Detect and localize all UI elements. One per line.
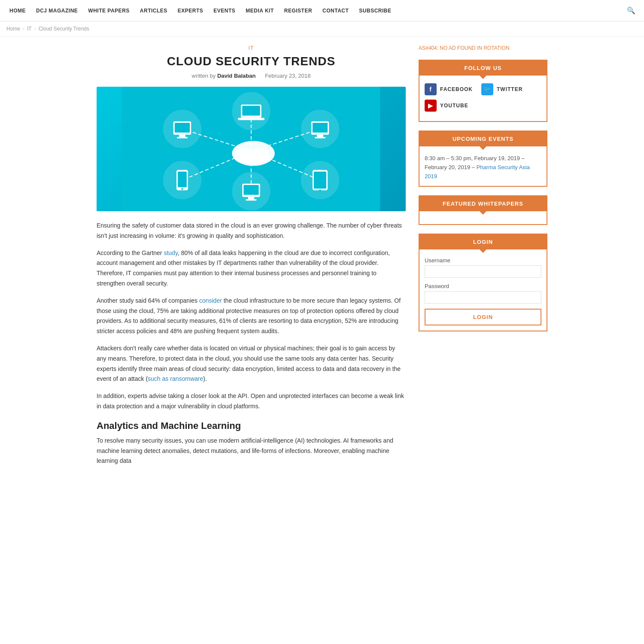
svg-rect-29 — [178, 172, 187, 187]
article-category: IT — [97, 45, 406, 51]
article-section-title: Analytics and Machine Learning — [97, 420, 406, 431]
written-by-label: written by — [192, 73, 216, 79]
login-button[interactable]: LOGIN — [425, 309, 541, 325]
login-box: LOGIN Username Password LOGIN — [419, 234, 547, 331]
svg-rect-38 — [314, 172, 326, 188]
svg-point-39 — [319, 189, 321, 191]
article-date: February 23, 2018 — [265, 73, 310, 79]
social-row-2: ▶ YOUTUBE — [425, 100, 541, 112]
svg-rect-21 — [238, 118, 264, 120]
breadcrumb-current: Cloud Security Trends — [39, 26, 89, 32]
nav-register[interactable]: REGISTER — [279, 0, 317, 21]
nav-experts[interactable]: EXPERTS — [173, 0, 209, 21]
nav-media-kit[interactable]: MEDIA KIT — [240, 0, 279, 21]
event-text: 8:30 am – 5:30 pm, February 19, 2019 – F… — [425, 154, 541, 181]
svg-point-12 — [238, 152, 269, 164]
password-input[interactable] — [425, 291, 541, 304]
facebook-link[interactable]: f FACEBOOK — [425, 83, 473, 95]
follow-us-box: FOLLOW US f FACEBOOK 🐦 TWITTER ▶ YOUTU — [419, 60, 547, 122]
svg-rect-24 — [317, 135, 323, 137]
svg-rect-20 — [242, 106, 260, 116]
svg-rect-26 — [313, 123, 328, 133]
upcoming-events-header: UPCOMING EVENTS — [419, 131, 547, 146]
article-title: CLOUD SECURITY TRENDS — [97, 55, 406, 68]
main-nav: HOME DCJ MAGAZINE WHITE PAPERS ARTICLES … — [0, 0, 644, 21]
svg-rect-15 — [179, 135, 185, 137]
breadcrumb-sep-1: › — [23, 26, 24, 32]
search-icon[interactable]: 🔍 — [623, 6, 640, 15]
breadcrumb: Home › IT › Cloud Security Trends — [0, 21, 644, 36]
page-wrapper: IT CLOUD SECURITY TRENDS written by Davi… — [90, 36, 554, 482]
main-content: IT CLOUD SECURITY TRENDS written by Davi… — [97, 45, 406, 473]
follow-us-content: f FACEBOOK 🐦 TWITTER ▶ YOUTUBE — [419, 76, 547, 121]
social-row-1: f FACEBOOK 🐦 TWITTER — [425, 83, 541, 95]
consider-link[interactable]: consider — [199, 297, 222, 304]
featured-whitepapers-box: FEATURED WHITEPAPERS — [419, 195, 547, 225]
article-para-4: Attackers don't really care whether data… — [97, 343, 406, 384]
svg-point-30 — [181, 188, 183, 190]
upcoming-events-content: 8:30 am – 5:30 pm, February 19, 2019 – F… — [419, 146, 547, 186]
article-para-3: Another study said 64% of companies cons… — [97, 296, 406, 337]
article-para-2: According to the Gartner study, 80% of a… — [97, 248, 406, 289]
follow-us-header: FOLLOW US — [419, 61, 547, 76]
facebook-icon: f — [425, 83, 437, 95]
twitter-link[interactable]: 🐦 TWITTER — [481, 83, 522, 95]
featured-whitepapers-header: FEATURED WHITEPAPERS — [419, 196, 547, 211]
nav-articles[interactable]: ARTICLES — [135, 0, 173, 21]
upcoming-events-box: UPCOMING EVENTS 8:30 am – 5:30 pm, Febru… — [419, 131, 547, 187]
svg-rect-34 — [246, 199, 257, 200]
article-para-5: In addition, experts advise taking a clo… — [97, 391, 406, 412]
svg-rect-35 — [243, 185, 258, 195]
nav-white-papers[interactable]: WHITE PAPERS — [83, 0, 134, 21]
article-meta: written by David Balaban February 23, 20… — [97, 73, 406, 79]
gartner-study-link[interactable]: study — [164, 249, 177, 256]
article-hero-image — [97, 87, 406, 211]
nav-subscribe[interactable]: SUBSCRIBE — [354, 0, 396, 21]
nav-contact[interactable]: CONTACT — [317, 0, 354, 21]
username-label: Username — [425, 257, 541, 264]
ransomware-link[interactable]: such as ransomware — [148, 375, 203, 382]
twitter-label: TWITTER — [497, 86, 522, 92]
username-input[interactable] — [425, 265, 541, 278]
article-body: Ensuring the safety of customer data sto… — [97, 221, 406, 466]
youtube-icon: ▶ — [425, 100, 437, 112]
article-section-para: To resolve many security issues, you can… — [97, 436, 406, 466]
login-header: LOGIN — [419, 234, 547, 249]
twitter-icon: 🐦 — [481, 83, 493, 95]
sidebar-ad-notice: AS#404: NO AD FOUND IN ROTATION — [419, 45, 547, 51]
breadcrumb-sep-2: › — [34, 26, 36, 32]
nav-events[interactable]: EVENTS — [208, 0, 240, 21]
login-form: Username Password LOGIN — [419, 249, 547, 331]
youtube-label: YOUTUBE — [440, 103, 468, 109]
password-label: Password — [425, 283, 541, 289]
article-author: David Balaban — [217, 73, 256, 79]
facebook-label: FACEBOOK — [440, 86, 473, 92]
svg-rect-17 — [175, 123, 190, 133]
breadcrumb-it[interactable]: IT — [27, 26, 32, 32]
breadcrumb-home[interactable]: Home — [6, 26, 20, 32]
svg-rect-25 — [315, 137, 325, 138]
nav-dcj-magazine[interactable]: DCJ MAGAZINE — [31, 0, 83, 21]
svg-rect-33 — [248, 197, 255, 199]
sidebar: AS#404: NO AD FOUND IN ROTATION FOLLOW U… — [419, 45, 547, 473]
nav-home[interactable]: HOME — [4, 0, 31, 21]
article-para-1: Ensuring the safety of customer data sto… — [97, 221, 406, 241]
youtube-link[interactable]: ▶ YOUTUBE — [425, 100, 468, 112]
svg-rect-16 — [177, 137, 188, 138]
